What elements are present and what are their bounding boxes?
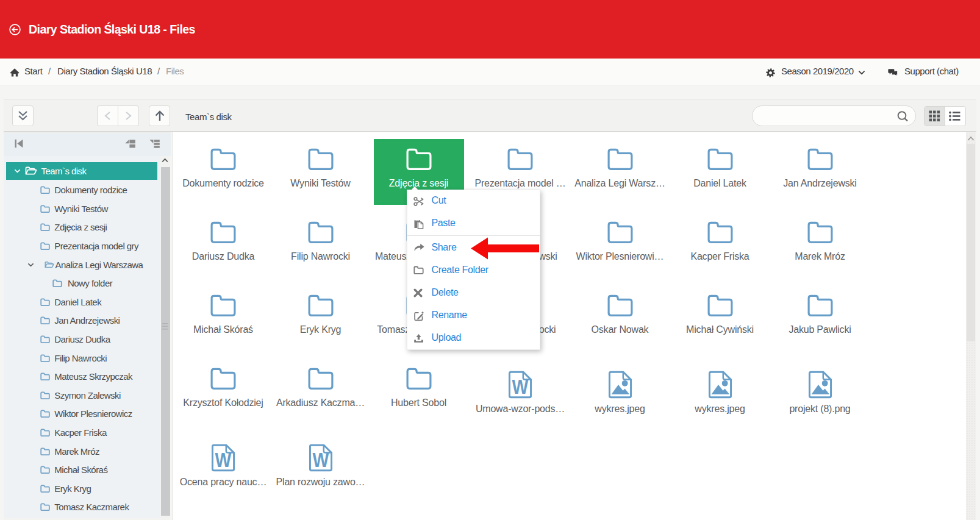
- svg-text:W: W: [512, 376, 529, 399]
- svg-text:W: W: [312, 449, 329, 472]
- svg-text:W: W: [215, 449, 232, 472]
